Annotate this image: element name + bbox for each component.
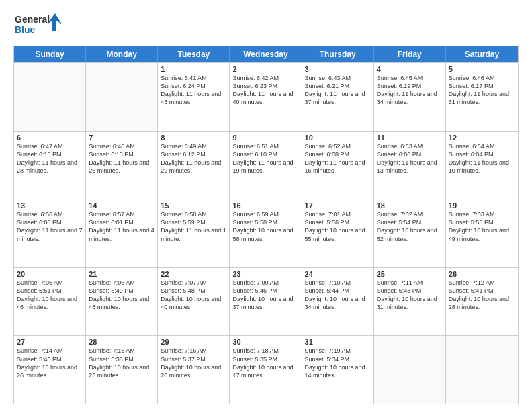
day-number: 25 xyxy=(377,270,443,278)
day-number: 9 xyxy=(232,134,298,142)
cell-sun-info: Sunrise: 6:49 AM Sunset: 6:12 PM Dayligh… xyxy=(161,142,226,175)
day-number: 17 xyxy=(305,201,371,210)
calendar-cell-day-21: 21Sunrise: 7:06 AM Sunset: 5:49 PM Dayli… xyxy=(86,268,158,336)
calendar-cell-day-4: 4Sunrise: 6:45 AM Sunset: 6:19 PM Daylig… xyxy=(374,63,446,131)
calendar-cell-day-18: 18Sunrise: 7:02 AM Sunset: 5:54 PM Dayli… xyxy=(374,199,446,267)
calendar-cell-day-13: 13Sunrise: 6:56 AM Sunset: 6:03 PM Dayli… xyxy=(14,199,86,267)
calendar-header-row: SundayMondayTuesdayWednesdayThursdayFrid… xyxy=(14,46,518,62)
calendar-cell-day-31: 31Sunrise: 7:19 AM Sunset: 5:34 PM Dayli… xyxy=(302,336,374,404)
calendar-cell-day-28: 28Sunrise: 7:15 AM Sunset: 5:38 PM Dayli… xyxy=(86,336,158,404)
cell-sun-info: Sunrise: 7:02 AM Sunset: 5:54 PM Dayligh… xyxy=(377,210,443,243)
calendar-cell-day-17: 17Sunrise: 7:01 AM Sunset: 5:56 PM Dayli… xyxy=(302,199,374,267)
cell-sun-info: Sunrise: 7:15 AM Sunset: 5:38 PM Dayligh… xyxy=(89,347,154,379)
day-number: 31 xyxy=(305,338,371,346)
cell-sun-info: Sunrise: 6:41 AM Sunset: 6:24 PM Dayligh… xyxy=(161,74,226,107)
day-header-sunday: Sunday xyxy=(14,46,86,62)
calendar-cell-empty xyxy=(14,63,86,131)
day-number: 7 xyxy=(89,134,154,142)
calendar-cell-day-6: 6Sunrise: 6:47 AM Sunset: 6:15 PM Daylig… xyxy=(14,132,86,199)
cell-sun-info: Sunrise: 7:10 AM Sunset: 5:44 PM Dayligh… xyxy=(305,279,371,312)
cell-sun-info: Sunrise: 6:54 AM Sunset: 6:04 PM Dayligh… xyxy=(449,142,515,175)
day-number: 28 xyxy=(89,338,154,346)
calendar-cell-day-24: 24Sunrise: 7:10 AM Sunset: 5:44 PM Dayli… xyxy=(302,268,374,336)
calendar-cell-day-2: 2Sunrise: 6:42 AM Sunset: 6:23 PM Daylig… xyxy=(230,63,302,131)
day-header-friday: Friday xyxy=(374,46,446,62)
day-number: 4 xyxy=(377,65,443,73)
calendar-cell-empty xyxy=(86,63,158,131)
calendar-cell-day-22: 22Sunrise: 7:07 AM Sunset: 5:48 PM Dayli… xyxy=(158,268,230,336)
calendar-cell-day-20: 20Sunrise: 7:05 AM Sunset: 5:51 PM Dayli… xyxy=(14,268,86,336)
cell-sun-info: Sunrise: 6:43 AM Sunset: 6:21 PM Dayligh… xyxy=(305,74,371,107)
cell-sun-info: Sunrise: 7:09 AM Sunset: 5:46 PM Dayligh… xyxy=(232,279,298,312)
logo-svg: GeneralBlue xyxy=(13,12,67,39)
cell-sun-info: Sunrise: 7:19 AM Sunset: 5:34 PM Dayligh… xyxy=(305,347,371,379)
calendar-cell-day-14: 14Sunrise: 6:57 AM Sunset: 6:01 PM Dayli… xyxy=(86,199,158,267)
day-number: 1 xyxy=(161,65,226,73)
day-number: 21 xyxy=(89,270,154,278)
cell-sun-info: Sunrise: 6:45 AM Sunset: 6:19 PM Dayligh… xyxy=(377,74,443,107)
calendar-cell-day-5: 5Sunrise: 6:46 AM Sunset: 6:17 PM Daylig… xyxy=(446,63,518,131)
calendar-cell-empty xyxy=(446,336,518,404)
calendar-cell-day-8: 8Sunrise: 6:49 AM Sunset: 6:12 PM Daylig… xyxy=(158,132,230,199)
calendar-cell-day-29: 29Sunrise: 7:16 AM Sunset: 5:37 PM Dayli… xyxy=(158,336,230,404)
day-number: 10 xyxy=(305,134,371,142)
day-header-monday: Monday xyxy=(86,46,158,62)
day-number: 22 xyxy=(161,270,226,278)
day-number: 23 xyxy=(232,270,298,278)
calendar-cell-empty xyxy=(374,336,446,404)
calendar-cell-day-15: 15Sunrise: 6:58 AM Sunset: 5:59 PM Dayli… xyxy=(158,199,230,267)
cell-sun-info: Sunrise: 7:03 AM Sunset: 5:53 PM Dayligh… xyxy=(449,210,515,243)
cell-sun-info: Sunrise: 6:51 AM Sunset: 6:10 PM Dayligh… xyxy=(232,142,298,175)
cell-sun-info: Sunrise: 7:01 AM Sunset: 5:56 PM Dayligh… xyxy=(305,210,371,243)
cell-sun-info: Sunrise: 7:05 AM Sunset: 5:51 PM Dayligh… xyxy=(17,279,83,312)
calendar-cell-day-10: 10Sunrise: 6:52 AM Sunset: 6:08 PM Dayli… xyxy=(302,132,374,199)
calendar-cell-day-3: 3Sunrise: 6:43 AM Sunset: 6:21 PM Daylig… xyxy=(302,63,374,131)
calendar-row-2: 6Sunrise: 6:47 AM Sunset: 6:15 PM Daylig… xyxy=(14,131,518,199)
calendar-cell-day-16: 16Sunrise: 6:59 AM Sunset: 5:58 PM Dayli… xyxy=(230,199,302,267)
cell-sun-info: Sunrise: 7:14 AM Sunset: 5:40 PM Dayligh… xyxy=(17,347,83,379)
day-number: 2 xyxy=(232,65,298,73)
cell-sun-info: Sunrise: 6:48 AM Sunset: 6:13 PM Dayligh… xyxy=(89,142,154,175)
cell-sun-info: Sunrise: 6:46 AM Sunset: 6:17 PM Dayligh… xyxy=(449,74,515,107)
calendar-cell-day-1: 1Sunrise: 6:41 AM Sunset: 6:24 PM Daylig… xyxy=(158,63,230,131)
calendar-cell-day-11: 11Sunrise: 6:53 AM Sunset: 6:06 PM Dayli… xyxy=(374,132,446,199)
day-number: 29 xyxy=(161,338,226,346)
svg-text:General: General xyxy=(15,14,50,25)
calendar-body: 1Sunrise: 6:41 AM Sunset: 6:24 PM Daylig… xyxy=(14,62,518,404)
day-number: 15 xyxy=(161,201,226,210)
day-number: 8 xyxy=(161,134,226,142)
calendar-cell-day-27: 27Sunrise: 7:14 AM Sunset: 5:40 PM Dayli… xyxy=(14,336,86,404)
calendar-row-4: 20Sunrise: 7:05 AM Sunset: 5:51 PM Dayli… xyxy=(14,267,518,336)
day-number: 12 xyxy=(449,134,515,142)
cell-sun-info: Sunrise: 6:52 AM Sunset: 6:08 PM Dayligh… xyxy=(305,142,371,175)
header: GeneralBlue xyxy=(13,12,519,39)
cell-sun-info: Sunrise: 6:59 AM Sunset: 5:58 PM Dayligh… xyxy=(232,210,298,243)
cell-sun-info: Sunrise: 7:07 AM Sunset: 5:48 PM Dayligh… xyxy=(161,279,226,312)
cell-sun-info: Sunrise: 6:58 AM Sunset: 5:59 PM Dayligh… xyxy=(161,210,226,243)
calendar: SundayMondayTuesdayWednesdayThursdayFrid… xyxy=(13,46,519,404)
day-number: 19 xyxy=(449,201,515,210)
cell-sun-info: Sunrise: 6:42 AM Sunset: 6:23 PM Dayligh… xyxy=(232,74,298,107)
day-number: 18 xyxy=(377,201,443,210)
day-number: 26 xyxy=(449,270,515,278)
calendar-row-1: 1Sunrise: 6:41 AM Sunset: 6:24 PM Daylig… xyxy=(14,62,518,131)
cell-sun-info: Sunrise: 6:57 AM Sunset: 6:01 PM Dayligh… xyxy=(89,210,154,243)
cell-sun-info: Sunrise: 6:47 AM Sunset: 6:15 PM Dayligh… xyxy=(17,142,83,175)
day-header-saturday: Saturday xyxy=(446,46,518,62)
cell-sun-info: Sunrise: 7:12 AM Sunset: 5:41 PM Dayligh… xyxy=(449,279,515,312)
logo: GeneralBlue xyxy=(13,12,67,39)
day-number: 5 xyxy=(449,65,515,73)
calendar-cell-day-9: 9Sunrise: 6:51 AM Sunset: 6:10 PM Daylig… xyxy=(230,132,302,199)
cell-sun-info: Sunrise: 7:11 AM Sunset: 5:43 PM Dayligh… xyxy=(377,279,443,312)
cell-sun-info: Sunrise: 6:53 AM Sunset: 6:06 PM Dayligh… xyxy=(377,142,443,175)
day-number: 11 xyxy=(377,134,443,142)
cell-sun-info: Sunrise: 7:18 AM Sunset: 5:35 PM Dayligh… xyxy=(232,347,298,379)
day-number: 3 xyxy=(305,65,371,73)
day-header-wednesday: Wednesday xyxy=(230,46,302,62)
calendar-row-3: 13Sunrise: 6:56 AM Sunset: 6:03 PM Dayli… xyxy=(14,199,518,267)
day-number: 20 xyxy=(17,270,83,278)
calendar-cell-day-25: 25Sunrise: 7:11 AM Sunset: 5:43 PM Dayli… xyxy=(374,268,446,336)
svg-text:Blue: Blue xyxy=(15,24,36,35)
day-number: 14 xyxy=(89,201,154,210)
calendar-cell-day-7: 7Sunrise: 6:48 AM Sunset: 6:13 PM Daylig… xyxy=(86,132,158,199)
